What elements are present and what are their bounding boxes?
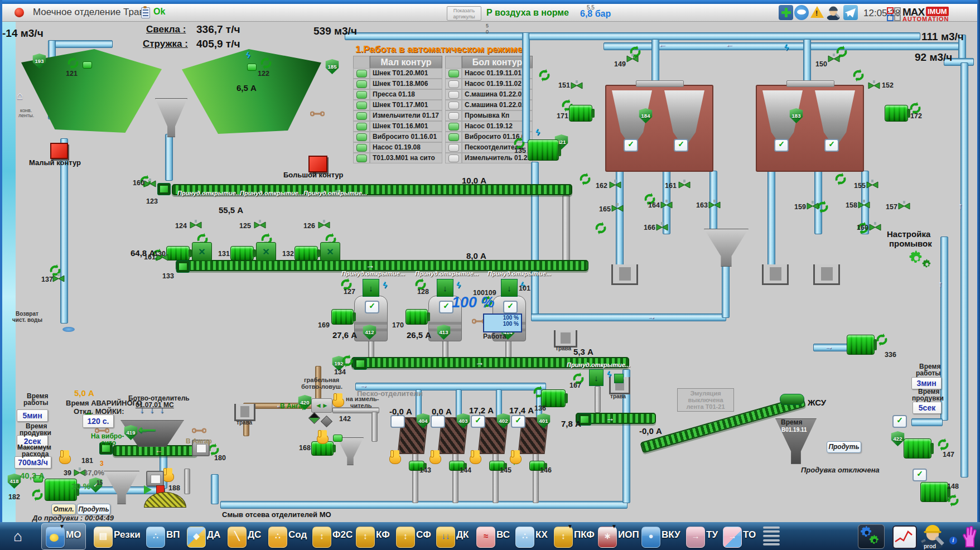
value-box[interactable]: 5сек xyxy=(913,402,942,414)
valve-icon[interactable] xyxy=(858,200,870,209)
tab-icon-tu[interactable]: → xyxy=(686,527,705,548)
tab-ВС[interactable]: ВС xyxy=(496,529,510,541)
auto-row[interactable]: Насос 01.19.11.01 xyxy=(445,68,533,79)
valve-icon[interactable] xyxy=(868,80,880,89)
valve-icon[interactable] xyxy=(660,200,673,209)
tab-ИОП[interactable]: ИОП xyxy=(618,529,639,541)
tab-icon-iop[interactable]: ∗ xyxy=(598,527,617,548)
pump-motor[interactable] xyxy=(230,246,254,260)
tab-Ф2С[interactable]: Ф2С xyxy=(332,529,353,541)
tab-Сод[interactable]: Сод xyxy=(288,529,307,541)
tab-ПКФ[interactable]: ПКФ xyxy=(574,529,595,541)
warning-icon[interactable]: ! xyxy=(810,5,824,20)
tab-ДС[interactable]: ДС xyxy=(248,529,261,541)
mode-checkbox[interactable]: ✓ xyxy=(674,139,688,152)
mixer-unit[interactable]: ✕ xyxy=(320,242,340,261)
pump-motor[interactable] xyxy=(295,246,318,260)
tab-icon-vku[interactable]: ● xyxy=(641,527,660,548)
action-button[interactable]: Откл. xyxy=(51,504,76,515)
report-icon[interactable] xyxy=(141,7,150,18)
pump-motor[interactable] xyxy=(920,482,948,502)
tab-icon-f2s[interactable]: ↕ xyxy=(312,527,331,548)
tab-Резки[interactable]: Резки xyxy=(114,529,141,541)
tab-icon-rezki[interactable]: ▤ xyxy=(94,527,113,548)
mode-checkbox[interactable]: ✓ xyxy=(913,469,927,481)
telegram-icon[interactable] xyxy=(843,5,858,20)
valve-icon[interactable] xyxy=(866,180,878,189)
tab-icon-to[interactable]: → xyxy=(723,527,742,548)
trend-chart-icon[interactable] xyxy=(892,525,917,549)
value-box[interactable]: 700м3/ч xyxy=(15,456,51,469)
auto-row[interactable]: Т01.03.М01 на сито xyxy=(353,153,442,163)
tab-icon-sf[interactable]: ↕ xyxy=(396,527,415,548)
auto-row[interactable]: Промывка Кп xyxy=(445,110,533,121)
menu-lines-icon[interactable] xyxy=(763,525,780,547)
auto-row[interactable]: Шнек Т01.20.М01 xyxy=(353,68,442,79)
valve-icon[interactable] xyxy=(708,200,721,209)
action-button[interactable]: Продуть xyxy=(77,504,110,515)
big-loop-stop-button[interactable] xyxy=(308,156,327,172)
tab-МО[interactable]: МО xyxy=(66,529,81,541)
tab-icon-mo[interactable] xyxy=(46,527,65,548)
mode-checkbox[interactable]: ✓ xyxy=(365,301,379,313)
valve-icon[interactable] xyxy=(869,222,881,231)
pump-motor[interactable] xyxy=(528,139,559,161)
tab-СФ[interactable]: СФ xyxy=(416,529,431,541)
pump-motor[interactable] xyxy=(166,246,190,260)
pump-motor[interactable] xyxy=(331,309,354,325)
valve-icon[interactable] xyxy=(656,222,668,231)
mode-checkbox[interactable] xyxy=(390,415,405,428)
mode-checkbox[interactable]: ✓ xyxy=(824,139,839,152)
touch-hand-icon[interactable] xyxy=(960,523,978,549)
chat-icon[interactable] xyxy=(794,5,809,20)
valve-icon[interactable] xyxy=(828,54,840,62)
gate-box[interactable] xyxy=(146,471,164,486)
drop-gate[interactable]: ↓ xyxy=(501,279,518,297)
auto-row[interactable]: Вибросито 01.16.01 xyxy=(353,132,442,142)
tab-ДА[interactable]: ДА xyxy=(207,529,220,541)
tab-ТО[interactable]: ТО xyxy=(743,529,756,541)
pump-motor[interactable] xyxy=(847,335,875,355)
tab-icon-vp[interactable]: ∴ xyxy=(146,527,165,548)
small-loop-stop-button[interactable] xyxy=(50,143,68,159)
tab-ТУ[interactable]: ТУ xyxy=(706,529,718,541)
machine-a[interactable] xyxy=(605,85,713,172)
valve-icon[interactable] xyxy=(678,180,691,189)
value-box[interactable]: 120 с. xyxy=(83,414,114,428)
mode-checkbox[interactable]: ✓ xyxy=(511,415,525,428)
flow-diverter[interactable]: ◄► xyxy=(311,398,332,413)
tab-icon-ds[interactable]: ╲ xyxy=(228,527,247,548)
machine-b[interactable] xyxy=(756,85,864,172)
mode-checkbox[interactable]: ✓ xyxy=(624,139,638,152)
tab-icon-sod[interactable]: ∴ xyxy=(268,527,287,548)
auto-row[interactable]: Пресса 01.18 xyxy=(353,89,442,100)
tab-icon-kf[interactable]: ↕ xyxy=(356,527,375,548)
mode-checkbox[interactable] xyxy=(431,415,445,428)
valve-icon[interactable] xyxy=(611,203,624,212)
wash-settings-gears-icon[interactable] xyxy=(908,250,934,272)
valve-icon[interactable] xyxy=(190,220,202,229)
drop-gate[interactable]: ↓ xyxy=(589,369,604,386)
tab-icon-da[interactable]: ◆ xyxy=(187,527,206,548)
valve-icon[interactable] xyxy=(626,54,639,62)
tab-КФ[interactable]: КФ xyxy=(376,529,390,541)
start-button[interactable] xyxy=(144,485,152,494)
auto-row[interactable]: Измельчители 01.17 xyxy=(353,110,442,121)
auto-row[interactable]: С.машина 01.22.01 xyxy=(445,89,533,100)
auto-row[interactable]: Шнек Т01.17.М01 xyxy=(353,100,442,110)
auto-row[interactable]: С.машина 01.22.02 xyxy=(445,100,533,110)
auto-row[interactable]: Насос 01.19.08 xyxy=(353,142,442,153)
add-icon[interactable] xyxy=(779,5,793,20)
mode-checkbox[interactable]: ✓ xyxy=(503,301,518,313)
tab-КХ[interactable]: КХ xyxy=(535,529,548,541)
action-button[interactable]: Продуть xyxy=(827,441,861,453)
valve-icon[interactable] xyxy=(807,201,819,210)
valve-icon[interactable] xyxy=(609,180,621,189)
home-icon[interactable]: ⌂ xyxy=(13,528,22,545)
mode-checkbox[interactable]: ✓ xyxy=(892,415,907,428)
pump-motor[interactable] xyxy=(904,438,931,459)
show-articles-button[interactable]: Показать артикулы xyxy=(447,6,481,21)
tab-ВКУ[interactable]: ВКУ xyxy=(662,529,680,541)
mode-checkbox[interactable]: ✓ xyxy=(774,139,789,152)
value-box[interactable]: 5мин xyxy=(17,409,48,422)
